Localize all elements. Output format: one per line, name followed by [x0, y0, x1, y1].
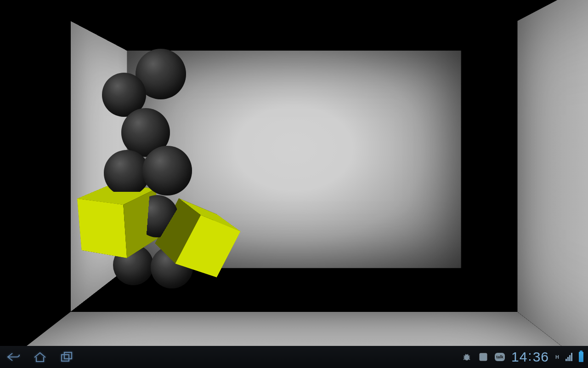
clock-colon: : [528, 348, 532, 364]
not-supports-label: not supports: [5, 37, 156, 44]
signal-strength-icon [565, 353, 572, 361]
svg-rect-3 [480, 353, 487, 361]
home-icon [33, 351, 47, 362]
back-icon [6, 351, 21, 362]
share-icon [478, 352, 488, 362]
recents-button[interactable] [53, 346, 80, 368]
status-tray: talk 14 : 36 H [462, 349, 588, 365]
debug-icon [462, 352, 472, 362]
clock-hours: 14 [511, 349, 527, 365]
clock-minutes: 36 [533, 349, 549, 365]
wall-right [517, 0, 588, 346]
supports-label: supports: [5, 23, 156, 30]
svg-rect-1 [64, 352, 72, 359]
scene-sphere [142, 146, 192, 196]
battery-icon [579, 352, 583, 362]
sensor-overlay: Rotate your device around! From the sens… [5, 5, 156, 44]
supported-sensor-item: Rotation Vector [5, 30, 156, 37]
svg-rect-0 [62, 355, 69, 361]
network-type-label: H [555, 354, 559, 360]
system-bar: talk 14 : 36 H [0, 346, 588, 368]
recents-icon [60, 351, 74, 363]
3d-scene-viewport[interactable]: Rotate your device around! From the sens… [0, 0, 588, 346]
talk-badge-label: talk [495, 353, 505, 361]
wall-floor [0, 312, 588, 346]
sensors-preamble: From the sensors needed for this scene, … [5, 16, 156, 23]
back-button[interactable] [0, 346, 27, 368]
instruction-text: Rotate your device around! [5, 5, 156, 12]
home-button[interactable] [27, 346, 53, 368]
clock[interactable]: 14 : 36 [511, 349, 549, 365]
svg-point-2 [464, 355, 469, 360]
talk-notification-icon[interactable]: talk [495, 352, 505, 362]
